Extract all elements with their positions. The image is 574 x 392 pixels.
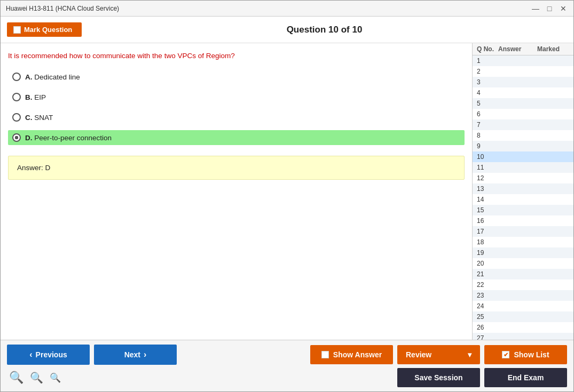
sidebar-row[interactable]: 24 bbox=[473, 301, 573, 311]
sidebar-header: Q No. Answer Marked bbox=[473, 43, 573, 55]
sidebar-row[interactable]: 1 bbox=[473, 55, 573, 66]
row-num: 15 bbox=[477, 206, 498, 214]
sidebar-row[interactable]: 17 bbox=[473, 226, 573, 237]
sidebar-row[interactable]: 23 bbox=[473, 290, 573, 301]
sidebar-row[interactable]: 16 bbox=[473, 215, 573, 226]
option-b-label: B. EIP bbox=[25, 93, 46, 101]
row-num: 16 bbox=[477, 217, 498, 225]
end-exam-button[interactable]: End Exam bbox=[484, 368, 567, 387]
option-c-radio bbox=[12, 113, 21, 122]
sidebar-row[interactable]: 3 bbox=[473, 77, 573, 87]
row-num: 27 bbox=[477, 334, 498, 340]
toolbar-row1: ‹ Previous Next › Show Answer Review ▾ ✔… bbox=[7, 345, 567, 365]
sidebar-row[interactable]: 9 bbox=[473, 141, 573, 151]
row-num: 6 bbox=[477, 110, 498, 118]
sidebar-row[interactable]: 5 bbox=[473, 98, 573, 109]
row-num: 8 bbox=[477, 132, 498, 139]
sidebar-col-marked: Marked bbox=[537, 45, 569, 53]
close-button[interactable]: ✕ bbox=[559, 5, 568, 12]
save-session-button[interactable]: Save Session bbox=[397, 368, 480, 387]
sidebar-row[interactable]: 12 bbox=[473, 173, 573, 183]
zoom-out-button[interactable]: 🔍 bbox=[7, 370, 26, 386]
sidebar-row[interactable]: 10 bbox=[473, 151, 573, 162]
sidebar-row[interactable]: 27 bbox=[473, 333, 573, 340]
zoom-in-button[interactable]: 🔍 bbox=[48, 371, 63, 385]
window-title: Huawei H13-811 (HCNA Cloud Service) bbox=[6, 5, 119, 12]
sidebar-row[interactable]: 14 bbox=[473, 194, 573, 205]
sidebar-row[interactable]: 13 bbox=[473, 183, 573, 194]
row-num: 25 bbox=[477, 313, 498, 321]
row-num: 3 bbox=[477, 78, 498, 86]
sidebar-list[interactable]: 1234567891011121314151617181920212223242… bbox=[473, 55, 573, 340]
show-answer-button[interactable]: Show Answer bbox=[310, 345, 393, 364]
question-text: It is recommended how to communicate wit… bbox=[8, 52, 465, 60]
next-arrow-icon: › bbox=[144, 350, 146, 359]
option-a-label: A. Dedicated line bbox=[25, 73, 80, 81]
sidebar-row[interactable]: 8 bbox=[473, 130, 573, 141]
option-b-radio bbox=[12, 93, 21, 101]
option-c[interactable]: C. SNAT bbox=[8, 110, 465, 125]
end-exam-label: End Exam bbox=[508, 373, 544, 382]
title-bar: Huawei H13-811 (HCNA Cloud Service) — □ … bbox=[1, 1, 573, 17]
review-dropdown-icon: ▾ bbox=[468, 350, 471, 359]
row-num: 5 bbox=[477, 100, 498, 107]
zoom-controls: 🔍 🔍 🔍 bbox=[7, 370, 63, 386]
option-a[interactable]: A. Dedicated line bbox=[8, 69, 465, 84]
next-label: Next bbox=[124, 350, 140, 359]
option-c-label: C. SNAT bbox=[25, 114, 53, 122]
show-answer-label: Show Answer bbox=[333, 350, 382, 359]
option-d[interactable]: D. Peer-to-peer connection bbox=[8, 130, 465, 145]
row-num: 11 bbox=[477, 164, 498, 171]
review-button[interactable]: Review ▾ bbox=[397, 345, 480, 364]
option-d-radio bbox=[12, 133, 21, 142]
app-window: Huawei H13-811 (HCNA Cloud Service) — □ … bbox=[0, 0, 574, 392]
show-list-button[interactable]: ✔ Show List bbox=[484, 345, 567, 364]
mark-checkbox-icon bbox=[13, 26, 21, 34]
sidebar-row[interactable]: 21 bbox=[473, 269, 573, 279]
row-num: 14 bbox=[477, 196, 498, 203]
option-a-radio bbox=[12, 73, 21, 81]
row-num: 22 bbox=[477, 281, 498, 289]
row-num: 10 bbox=[477, 153, 498, 161]
sidebar-row[interactable]: 15 bbox=[473, 205, 573, 215]
mark-question-button[interactable]: Mark Question bbox=[7, 22, 82, 37]
sidebar-row[interactable]: 11 bbox=[473, 162, 573, 173]
window-controls: — □ ✕ bbox=[531, 5, 568, 12]
sidebar-row[interactable]: 26 bbox=[473, 322, 573, 333]
sidebar-row[interactable]: 6 bbox=[473, 109, 573, 119]
question-title: Question 10 of 10 bbox=[82, 25, 567, 35]
show-list-checkbox-icon: ✔ bbox=[502, 351, 509, 358]
row-num: 9 bbox=[477, 142, 498, 150]
row-num: 13 bbox=[477, 185, 498, 193]
sidebar-row[interactable]: 25 bbox=[473, 311, 573, 322]
option-b[interactable]: B. EIP bbox=[8, 90, 465, 105]
toolbar-row2: 🔍 🔍 🔍 Save Session End Exam bbox=[7, 368, 567, 387]
next-button[interactable]: Next › bbox=[94, 345, 177, 365]
row-num: 19 bbox=[477, 249, 498, 257]
row-num: 17 bbox=[477, 228, 498, 235]
row-num: 18 bbox=[477, 238, 498, 246]
row-num: 24 bbox=[477, 302, 498, 310]
bottom-toolbar: ‹ Previous Next › Show Answer Review ▾ ✔… bbox=[1, 340, 573, 391]
minimize-button[interactable]: — bbox=[531, 5, 540, 12]
sidebar-row[interactable]: 18 bbox=[473, 237, 573, 247]
row-num: 12 bbox=[477, 174, 498, 182]
row-num: 1 bbox=[477, 57, 498, 65]
sidebar-row[interactable]: 7 bbox=[473, 119, 573, 130]
sidebar-row[interactable]: 19 bbox=[473, 247, 573, 258]
row-num: 21 bbox=[477, 270, 498, 278]
sidebar-row[interactable]: 22 bbox=[473, 279, 573, 290]
question-list-sidebar: Q No. Answer Marked 12345678910111213141… bbox=[472, 43, 573, 340]
previous-label: Previous bbox=[36, 350, 67, 359]
save-session-label: Save Session bbox=[414, 373, 462, 382]
header: Mark Question Question 10 of 10 bbox=[1, 17, 573, 43]
row-num: 23 bbox=[477, 292, 498, 299]
sidebar-col-qno: Q No. bbox=[477, 45, 498, 53]
maximize-button[interactable]: □ bbox=[545, 5, 554, 12]
previous-button[interactable]: ‹ Previous bbox=[7, 345, 90, 365]
sidebar-row[interactable]: 20 bbox=[473, 258, 573, 269]
zoom-reset-button[interactable]: 🔍 bbox=[28, 370, 45, 385]
row-num: 20 bbox=[477, 260, 498, 267]
sidebar-row[interactable]: 4 bbox=[473, 87, 573, 98]
sidebar-row[interactable]: 2 bbox=[473, 66, 573, 77]
